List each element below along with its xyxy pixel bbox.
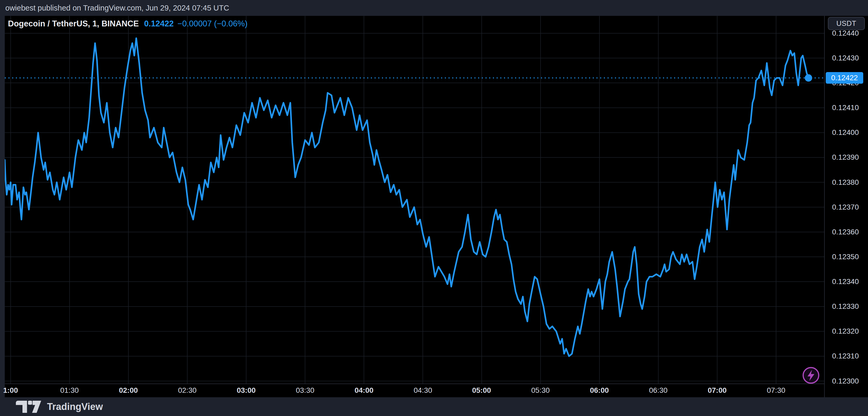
price-tick-label: 0.12400 <box>832 128 859 137</box>
price-tick-label: 0.12440 <box>832 29 859 37</box>
legend-last-price: 0.12422 <box>144 19 174 28</box>
time-tick-label: 03:00 <box>228 386 265 395</box>
time-tick-label: 03:30 <box>287 386 323 395</box>
time-tick-label: 06:30 <box>640 386 677 395</box>
attribution-bar: owiebest published on TradingView.com, J… <box>0 0 868 16</box>
chart-plot-area[interactable] <box>5 16 824 384</box>
time-tick-label: 05:00 <box>463 386 500 395</box>
time-tick-label: 07:00 <box>699 386 736 395</box>
time-tick-label: 02:30 <box>169 386 206 395</box>
time-tick-label: 04:30 <box>404 386 441 395</box>
price-tick-label: 0.12310 <box>832 352 859 360</box>
footer-brand-text[interactable]: TradingView <box>47 401 103 412</box>
price-axis[interactable]: USDT 0.12422 0.123000.123100.123200.1233… <box>824 16 868 397</box>
time-tick-label: 06:00 <box>581 386 618 395</box>
price-tick-label: 0.12370 <box>832 203 859 212</box>
footer-bar: TradingView <box>0 397 868 416</box>
price-tick-label: 0.12330 <box>832 302 859 311</box>
symbol-legend: Dogecoin / TetherUS, 1, BINANCE0.12422−0… <box>8 19 248 29</box>
price-tick-label: 0.12430 <box>832 54 859 62</box>
time-axis[interactable]: 1:0001:3002:0002:3003:0003:3004:0004:300… <box>5 384 824 397</box>
price-tick-label: 0.12390 <box>832 153 859 162</box>
time-tick-label: 01:30 <box>51 386 88 395</box>
price-tick-label: 0.12410 <box>832 103 859 112</box>
attribution-text: owiebest published on TradingView.com, J… <box>5 0 229 16</box>
instant-chart-button[interactable] <box>802 366 820 384</box>
chart-left-margin <box>0 16 5 397</box>
price-line-chart <box>5 16 824 384</box>
time-tick-label: 1:00 <box>0 386 29 395</box>
currency-toggle-button[interactable]: USDT <box>828 17 865 30</box>
price-tick-label: 0.12320 <box>832 327 859 335</box>
lightning-bolt-icon <box>802 366 820 384</box>
price-tick-label: 0.12380 <box>832 178 859 187</box>
last-price-badge: 0.12422 <box>826 72 863 84</box>
time-tick-label: 04:00 <box>345 386 382 395</box>
time-tick-label: 05:30 <box>522 386 559 395</box>
legend-change: −0.00007 (−0.06%) <box>178 19 248 28</box>
symbol-title: Dogecoin / TetherUS, 1, BINANCE <box>8 19 139 28</box>
time-tick-label: 07:30 <box>757 386 795 395</box>
price-tick-label: 0.12350 <box>832 253 859 261</box>
tradingview-logo-icon[interactable] <box>16 401 41 413</box>
price-tick-label: 0.12360 <box>832 228 859 236</box>
price-tick-label: 0.12340 <box>832 278 859 286</box>
price-tick-label: 0.12300 <box>832 377 859 385</box>
time-tick-label: 02:00 <box>110 386 147 395</box>
